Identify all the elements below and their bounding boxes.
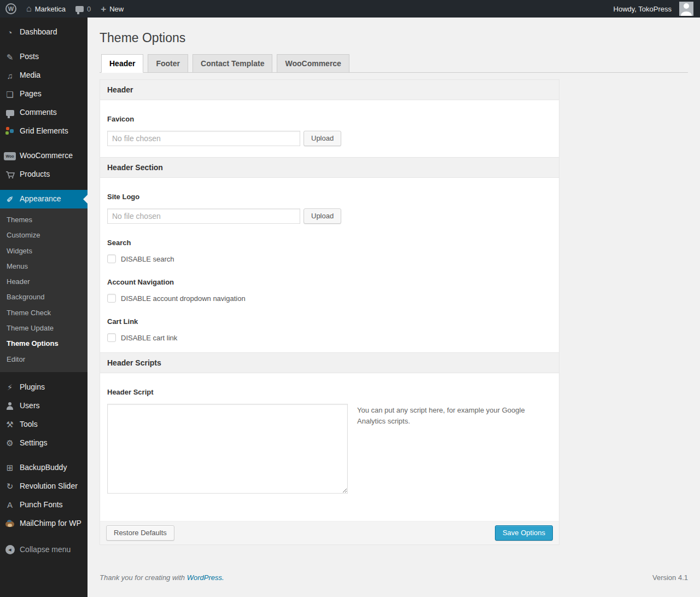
sidebar-item-posts[interactable]: ✎ Posts — [0, 48, 88, 66]
backupbuddy-icon: ⊞ — [0, 463, 20, 472]
comment-bubble-icon — [75, 6, 84, 12]
sidebar-item-tools[interactable]: ⚒ Tools — [0, 415, 88, 434]
collapse-menu-button[interactable]: ◀ Collapse menu — [0, 541, 88, 559]
wp-logo-menu[interactable]: W — [5, 3, 16, 14]
site-logo-file-input[interactable] — [107, 208, 300, 224]
comments-icon — [0, 110, 20, 116]
section-header-scripts: Header Scripts — [100, 352, 559, 373]
admin-menu: ◔ Dashboard ✎ Posts ♫ Media ❏ Pages Comm… — [0, 18, 88, 597]
tab-contact-template[interactable]: Contact Template — [192, 54, 272, 73]
header-script-textarea[interactable] — [107, 404, 348, 494]
submenu-item-menus[interactable]: Menus — [0, 259, 88, 274]
disable-account-nav-checkbox[interactable] — [107, 294, 116, 303]
theme-options-panel: Header Favicon Upload Header Section Sit… — [100, 79, 559, 545]
disable-search-checkbox-label: DISABLE search — [121, 255, 174, 263]
page-title: Theme Options — [100, 30, 688, 47]
tab-header[interactable]: Header — [101, 54, 143, 73]
sidebar-item-revolution-slider[interactable]: ↻ Revolution Slider — [0, 477, 88, 496]
disable-cart-link-checkbox-label: DISABLE cart link — [121, 334, 177, 342]
grid-elements-icon — [0, 127, 20, 136]
favicon-file-input[interactable] — [107, 131, 300, 146]
favicon-label: Favicon — [107, 115, 552, 123]
users-icon — [0, 402, 20, 410]
tab-woocommerce[interactable]: WooCommerce — [277, 54, 349, 73]
sidebar-item-dashboard[interactable]: ◔ Dashboard — [0, 23, 88, 42]
sidebar-item-plugins[interactable]: ⚡ Plugins — [0, 378, 88, 397]
site-link[interactable]: ⌂ Marketica — [26, 4, 66, 13]
restore-defaults-button[interactable]: Restore Defaults — [106, 525, 174, 541]
site-logo-label: Site Logo — [107, 193, 552, 201]
wordpress-logo-icon: W — [5, 3, 16, 14]
comments-shortcut[interactable]: 0 — [75, 5, 91, 13]
pages-icon: ❏ — [0, 90, 20, 98]
submenu-item-themes[interactable]: Themes — [0, 212, 88, 228]
tools-wrench-icon: ⚒ — [0, 420, 20, 428]
submenu-item-theme-options[interactable]: Theme Options — [0, 336, 88, 351]
tab-footer[interactable]: Footer — [148, 54, 188, 73]
woocommerce-icon: Woo — [0, 152, 20, 160]
home-icon: ⌂ — [26, 4, 32, 13]
submenu-item-theme-check[interactable]: Theme Check — [0, 305, 88, 321]
avatar — [679, 2, 693, 16]
sidebar-item-products[interactable]: Products — [0, 165, 88, 184]
save-options-button[interactable]: Save Options — [495, 525, 553, 541]
site-name: Marketica — [35, 5, 66, 13]
collapse-arrow-icon: ◀ — [0, 545, 20, 554]
cart-link-label: Cart Link — [107, 317, 552, 326]
sidebar-item-appearance[interactable]: ✐ Appearance — [0, 190, 88, 208]
appearance-brush-icon: ✐ — [0, 195, 20, 204]
account-navigation-label: Account Navigation — [107, 278, 552, 286]
submenu-item-customize[interactable]: Customize — [0, 228, 88, 243]
sidebar-item-users[interactable]: Users — [0, 397, 88, 415]
admin-footer: Thank you for creating with WordPress. V… — [100, 573, 688, 582]
panel-footer: Restore Defaults Save Options — [100, 521, 559, 544]
plus-icon: + — [101, 4, 106, 14]
section-header-section: Header Section — [100, 157, 559, 178]
new-label: New — [109, 5, 124, 13]
sidebar-item-punch-fonts[interactable]: A Punch Fonts — [0, 496, 88, 514]
account-menu[interactable]: Howdy, TokoPress — [614, 2, 693, 16]
tab-bar: Header Footer Contact Template WooCommer… — [100, 54, 688, 73]
wordpress-link[interactable]: WordPress. — [187, 573, 224, 582]
sidebar-item-backupbuddy[interactable]: ⊞ BackupBuddy — [0, 459, 88, 477]
dashboard-icon: ◔ — [0, 28, 20, 37]
settings-icon: ⚙ — [0, 439, 20, 447]
punch-fonts-icon: A — [0, 501, 20, 509]
sidebar-item-woocommerce[interactable]: Woo WooCommerce — [0, 147, 88, 165]
submenu-item-header[interactable]: Header — [0, 274, 88, 289]
appearance-submenu: Themes Customize Widgets Menus Header Ba… — [0, 208, 88, 372]
submenu-item-widgets[interactable]: Widgets — [0, 244, 88, 259]
disable-account-nav-checkbox-label: DISABLE account dropdown navigation — [121, 294, 246, 303]
submenu-item-editor[interactable]: Editor — [0, 352, 88, 367]
sidebar-item-settings[interactable]: ⚙ Settings — [0, 434, 88, 453]
revolution-slider-icon: ↻ — [0, 482, 20, 490]
sidebar-item-mailchimp[interactable]: MailChimp for WP — [0, 514, 88, 533]
disable-search-checkbox[interactable] — [107, 254, 116, 263]
header-script-label: Header Script — [107, 388, 552, 396]
new-content-menu[interactable]: + New — [101, 4, 124, 14]
section-header: Header — [100, 80, 559, 100]
main-content: Theme Options Header Footer Contact Temp… — [88, 18, 700, 597]
plugin-icon: ⚡ — [0, 383, 20, 391]
media-icon: ♫ — [0, 72, 20, 80]
favicon-upload-button[interactable]: Upload — [304, 131, 341, 146]
howdy-text: Howdy, TokoPress — [614, 5, 672, 13]
submenu-item-background[interactable]: Background — [0, 289, 88, 305]
cart-icon — [0, 171, 20, 179]
sidebar-item-grid-elements[interactable]: Grid Elements — [0, 122, 88, 141]
footer-version: Version 4.1 — [652, 573, 688, 582]
disable-cart-link-checkbox[interactable] — [107, 333, 116, 342]
sidebar-item-media[interactable]: ♫ Media — [0, 66, 88, 85]
mailchimp-monkey-icon — [0, 519, 20, 528]
sidebar-item-pages[interactable]: ❏ Pages — [0, 85, 88, 103]
comments-count: 0 — [87, 5, 91, 13]
submenu-item-theme-update[interactable]: Theme Update — [0, 321, 88, 336]
footer-thanks: Thank you for creating with WordPress. — [100, 573, 224, 582]
admin-bar: W ⌂ Marketica 0 + New Howdy, TokoPress — [0, 0, 700, 18]
header-script-hint: You can put any script here, for example… — [357, 405, 527, 427]
site-logo-upload-button[interactable]: Upload — [304, 208, 341, 224]
sidebar-item-comments[interactable]: Comments — [0, 103, 88, 122]
pushpin-icon: ✎ — [0, 53, 20, 61]
search-label: Search — [107, 239, 552, 247]
